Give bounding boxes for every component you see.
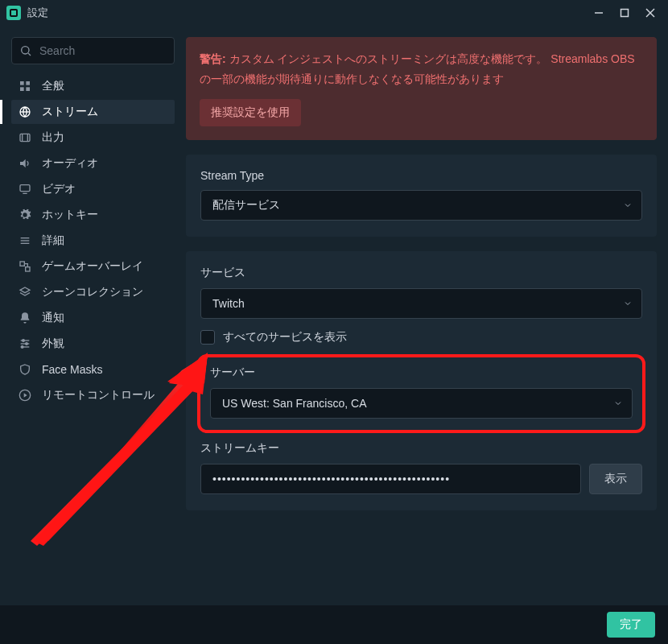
- sidebar-item-label: ホットキー: [42, 208, 98, 222]
- sidebar-item-label: リモートコントロール: [42, 388, 155, 402]
- sliders-icon: [18, 337, 32, 350]
- svg-rect-21: [20, 262, 24, 266]
- sidebar-item-facemasks[interactable]: Face Masks: [11, 357, 175, 382]
- sidebar-item-audio[interactable]: オーディオ: [11, 151, 175, 175]
- sidebar-item-scenes[interactable]: シーンコレクション: [11, 280, 175, 304]
- search-field: [11, 37, 175, 64]
- server-highlight: サーバー US West: San Francisco, CA: [197, 354, 645, 433]
- reveal-key-button[interactable]: 表示: [589, 464, 642, 494]
- sidebar-item-label: ゲームオーバーレイ: [42, 259, 143, 274]
- search-input[interactable]: [11, 37, 175, 64]
- svg-rect-8: [20, 87, 24, 91]
- show-all-services-checkbox[interactable]: [200, 330, 215, 345]
- play-icon: [18, 389, 32, 402]
- sidebar-item-label: 詳細: [42, 233, 64, 248]
- svg-rect-1: [621, 10, 629, 17]
- globe-icon: [18, 105, 32, 118]
- svg-line-5: [28, 53, 31, 56]
- server-value: US West: San Francisco, CA: [222, 397, 366, 410]
- stream-type-label: Stream Type: [200, 169, 642, 182]
- svg-rect-12: [20, 134, 30, 141]
- svg-marker-30: [24, 393, 27, 397]
- svg-point-4: [22, 47, 29, 54]
- scenes-icon: [18, 286, 32, 299]
- volume-icon: [18, 157, 32, 170]
- sidebar-item-label: 出力: [42, 130, 64, 145]
- close-button[interactable]: [639, 2, 662, 23]
- svg-point-24: [23, 340, 25, 342]
- bell-icon: [18, 312, 32, 324]
- stream-type-panel: Stream Type 配信サービス: [186, 155, 657, 237]
- search-icon: [19, 44, 32, 57]
- main-content: 警告: カスタム インジェストへのストリーミングは高度な機能です。 Stream…: [181, 26, 668, 605]
- svg-rect-16: [20, 185, 30, 192]
- service-value: Twitch: [212, 297, 245, 310]
- sidebar-item-label: ストリーム: [42, 105, 98, 119]
- footer: 完了: [0, 605, 668, 644]
- stream-key-label: ストリームキー: [200, 441, 642, 456]
- svg-rect-6: [20, 81, 24, 85]
- warning-box: 警告: カスタム インジェストへのストリーミングは高度な機能です。 Stream…: [186, 37, 657, 140]
- mask-icon: [18, 363, 32, 376]
- service-label: サービス: [200, 266, 642, 280]
- done-button[interactable]: 完了: [607, 612, 655, 638]
- titlebar: 設定: [0, 0, 668, 26]
- sidebar-item-label: オーディオ: [42, 156, 98, 171]
- close-icon: [645, 8, 655, 18]
- minimize-button[interactable]: [588, 2, 610, 23]
- service-panel: サービス Twitch すべてのサービスを表示 サーバー US West: Sa…: [186, 251, 657, 510]
- sidebar-item-stream[interactable]: ストリーム: [11, 100, 175, 124]
- sidebar-item-notifications[interactable]: 通知: [11, 306, 175, 330]
- overlay-icon: [18, 260, 32, 273]
- sidebar-item-label: Face Masks: [42, 363, 102, 376]
- sidebar-item-advanced[interactable]: 詳細: [11, 229, 175, 253]
- svg-rect-9: [26, 87, 30, 91]
- sidebar-item-label: 通知: [42, 311, 64, 325]
- sidebar-item-hotkeys[interactable]: ホットキー: [11, 203, 175, 227]
- grid-icon: [18, 80, 32, 93]
- use-recommended-button[interactable]: 推奨設定を使用: [200, 99, 301, 126]
- service-select[interactable]: Twitch: [200, 288, 642, 319]
- show-all-services-row: すべてのサービスを表示: [200, 330, 642, 345]
- sidebar-item-label: 外観: [42, 336, 64, 351]
- svg-point-28: [21, 346, 23, 349]
- stream-type-select[interactable]: 配信サービス: [200, 190, 642, 221]
- show-all-services-label: すべてのサービスを表示: [223, 330, 347, 345]
- svg-marker-15: [20, 159, 26, 168]
- sidebar-item-remote[interactable]: リモートコントロール: [11, 383, 175, 407]
- sidebar-item-label: ビデオ: [42, 182, 76, 196]
- window-title: 設定: [27, 6, 48, 20]
- warning-label: 警告:: [200, 52, 226, 65]
- monitor-icon: [18, 183, 32, 196]
- warning-text: 警告: カスタム インジェストへのストリーミングは高度な機能です。 Stream…: [200, 49, 643, 89]
- server-select[interactable]: US West: San Francisco, CA: [210, 388, 633, 419]
- minimize-icon: [594, 8, 604, 18]
- svg-rect-7: [26, 81, 30, 85]
- sidebar-item-overlay[interactable]: ゲームオーバーレイ: [11, 254, 175, 279]
- sidebar-item-output[interactable]: 出力: [11, 126, 175, 150]
- sidebar-item-general[interactable]: 全般: [11, 74, 175, 98]
- maximize-button[interactable]: [613, 2, 636, 23]
- warning-body: カスタム インジェストへのストリーミングは高度な機能です。 Streamlabs…: [200, 52, 635, 85]
- maximize-icon: [620, 8, 629, 18]
- app-icon: [6, 6, 21, 20]
- svg-point-26: [26, 343, 28, 345]
- sidebar: 全般 ストリーム 出力 オーディオ ビデオ ホットキー 詳細 ゲームオーバーレ: [0, 26, 181, 605]
- film-icon: [18, 131, 32, 144]
- stream-key-input[interactable]: [200, 464, 581, 494]
- stream-type-value: 配信サービス: [212, 198, 280, 213]
- sidebar-item-video[interactable]: ビデオ: [11, 177, 175, 201]
- gear-icon: [18, 208, 32, 221]
- sidebar-item-appearance[interactable]: 外観: [11, 332, 175, 356]
- sidebar-item-label: 全般: [42, 79, 64, 93]
- sidebar-item-label: シーンコレクション: [42, 285, 143, 299]
- svg-rect-22: [26, 267, 30, 271]
- menu-icon: [18, 234, 32, 247]
- server-label: サーバー: [210, 365, 633, 380]
